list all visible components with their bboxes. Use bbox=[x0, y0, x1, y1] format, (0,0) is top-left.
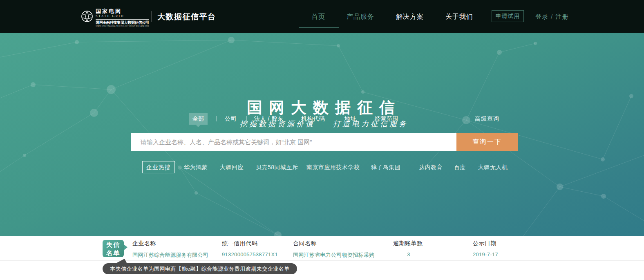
logo-company-name: 国网金融科技集团大数据征信公司 bbox=[96, 20, 150, 25]
blacklist-badge-line1: 失信 bbox=[103, 241, 124, 249]
hot-search-item[interactable]: 达内教育 bbox=[419, 164, 443, 171]
search-tab-company[interactable]: 公司 bbox=[225, 115, 237, 123]
column-value: 国网江苏省电力公司物资招标采购 bbox=[293, 251, 375, 259]
page: 国家电网 STATE GRID 国网金融科技集团大数据征信公司 STATE GR… bbox=[0, 0, 644, 280]
register-link[interactable]: 注册 bbox=[555, 13, 568, 20]
nav-item-solutions[interactable]: 解决方案 bbox=[396, 13, 424, 21]
tab-separator bbox=[336, 116, 336, 121]
tab-separator bbox=[216, 116, 217, 121]
search-tab-org-code[interactable]: 机构代码 bbox=[301, 115, 325, 123]
active-tab-pointer bbox=[196, 125, 201, 127]
state-grid-logo-icon bbox=[81, 10, 93, 22]
search-tab-all[interactable]: 全部 bbox=[189, 113, 208, 125]
hero-section: 国网大数据征信 挖掘数据资源价值打造电力征信服务 全部 公司 法人 / 股东 机… bbox=[0, 33, 644, 236]
tooltip-text: 本失信企业名单为国网电商【能e融】综合能源业务费用逾期未交企业名单 bbox=[110, 266, 290, 272]
blacklist-badge: 失信 名单 bbox=[103, 240, 124, 257]
blacklist-tooltip: 本失信企业名单为国网电商【能e融】综合能源业务费用逾期未交企业名单 bbox=[103, 263, 297, 274]
platform-title: 大数据征信平台 bbox=[157, 11, 216, 22]
hot-search-item[interactable]: 大疆回应 bbox=[220, 164, 244, 171]
logo-org-name: 国家电网 bbox=[96, 8, 150, 14]
column-header: 企业名称 bbox=[132, 240, 208, 247]
tab-separator bbox=[246, 116, 247, 121]
nav-item-home[interactable]: 首页 bbox=[311, 13, 325, 21]
logo-company-name-en: STATE GRID FINANCIAL TECHNOLOGY GROUP BI… bbox=[96, 25, 149, 27]
tooltip-tail bbox=[113, 259, 127, 264]
hot-search-item[interactable]: 华为鸿蒙 bbox=[184, 164, 208, 171]
column-value: 3 bbox=[393, 251, 424, 258]
blacklist-column-overdue-bills: 逾期账单数 3 bbox=[393, 240, 424, 258]
tab-separator bbox=[292, 116, 292, 121]
search-tab-address[interactable]: 地址 bbox=[344, 115, 356, 123]
login-link[interactable]: 登录 bbox=[535, 13, 548, 20]
hot-search-item[interactable]: 南京市应用技术学校 bbox=[306, 164, 360, 171]
column-header: 公示日期 bbox=[473, 240, 498, 247]
search-tab-legal-person[interactable]: 法人 / 股东 bbox=[254, 115, 283, 123]
column-header: 统一信用代码 bbox=[222, 240, 278, 247]
nav-item-about[interactable]: 关于我们 bbox=[445, 13, 473, 21]
auth-separator: / bbox=[551, 13, 553, 20]
column-value: 2019-7-17 bbox=[473, 251, 498, 258]
search-tab-business-scope[interactable]: 经营范围 bbox=[375, 115, 398, 123]
blacklist-badge-line2: 名单 bbox=[103, 249, 124, 257]
hot-search-item[interactable]: 百度 bbox=[454, 164, 466, 171]
top-navbar: 国家电网 STATE GRID 国网金融科技集团大数据征信公司 STATE GR… bbox=[0, 0, 644, 33]
search-button[interactable]: 查询一下 bbox=[456, 133, 518, 151]
hot-search-item[interactable]: 大疆无人机 bbox=[478, 164, 508, 171]
logo-text-block: 国家电网 STATE GRID 国网金融科技集团大数据征信公司 STATE GR… bbox=[96, 8, 150, 27]
column-value: 9132000057538771X1 bbox=[222, 251, 278, 258]
advanced-search-link[interactable]: 高级查询 bbox=[475, 115, 499, 123]
logo-title-divider bbox=[152, 11, 152, 22]
column-value: 国网江苏综合能源服务有限公司 bbox=[132, 251, 208, 259]
badge-arrow bbox=[124, 244, 127, 250]
logo-org-name-en: STATE GRID bbox=[96, 14, 150, 18]
hot-search-item[interactable]: 贝壳58同城互斥 bbox=[256, 164, 298, 171]
footer-divider bbox=[0, 260, 644, 261]
hot-search-label: 企业热搜 bbox=[142, 161, 175, 173]
hot-search-item[interactable]: 獐子岛集团 bbox=[371, 164, 401, 171]
nav-item-products[interactable]: 产品服务 bbox=[347, 13, 374, 21]
auth-links: 登录/注册 bbox=[535, 13, 568, 21]
nav-active-underline bbox=[299, 27, 339, 28]
tab-separator bbox=[366, 116, 366, 121]
search-tab-all-label: 全部 bbox=[192, 115, 204, 122]
column-header: 逾期账单数 bbox=[393, 240, 424, 247]
blacklist-section: 失信 名单 企业名称 国网江苏综合能源服务有限公司 统一信用代码 9132000… bbox=[0, 236, 644, 280]
logo-divider-line bbox=[96, 19, 149, 20]
blacklist-column-publish-date: 公示日期 2019-7-17 bbox=[473, 240, 498, 258]
apply-trial-button[interactable]: 申请试用 bbox=[492, 10, 524, 22]
blacklist-column-company: 企业名称 国网江苏综合能源服务有限公司 bbox=[132, 240, 208, 259]
blacklist-column-contract: 合同名称 国网江苏省电力公司物资招标采购 bbox=[293, 240, 375, 259]
search-input[interactable] bbox=[131, 133, 456, 151]
blacklist-column-credit-code: 统一信用代码 9132000057538771X1 bbox=[222, 240, 278, 258]
column-header: 合同名称 bbox=[293, 240, 375, 247]
